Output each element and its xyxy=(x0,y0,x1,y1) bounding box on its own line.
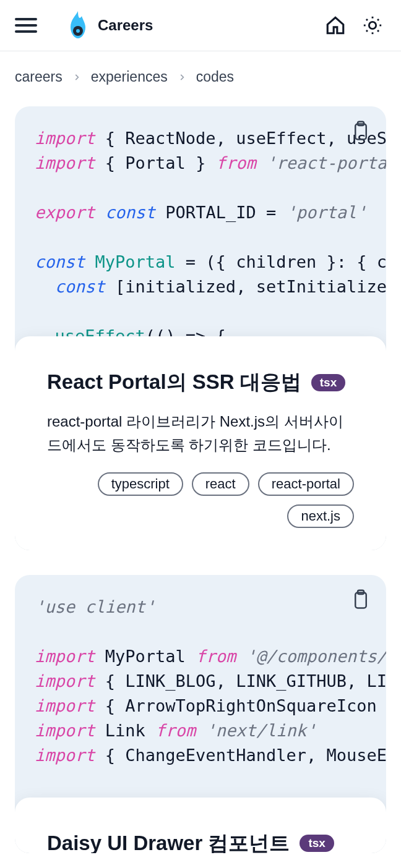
clipboard-icon xyxy=(351,121,370,143)
code-preview: 'use client' import MyPortal from '@/com… xyxy=(15,575,386,798)
svg-line-9 xyxy=(366,30,368,32)
card-description: react-portal 라이브러리가 Next.js의 서버사이드에서도 동작… xyxy=(47,410,354,457)
breadcrumb-item[interactable]: experiences xyxy=(91,69,168,85)
breadcrumb-item[interactable]: careers xyxy=(15,69,63,85)
card-title: Daisy UI Drawer 컴포넌트 xyxy=(47,830,290,853)
header: Careers xyxy=(0,0,401,51)
code-card[interactable]: import { ReactNode, useEffect, useS impo… xyxy=(15,106,386,550)
tag[interactable]: next.js xyxy=(287,504,354,528)
svg-point-1 xyxy=(76,29,80,33)
flame-logo-icon xyxy=(64,10,92,41)
home-icon xyxy=(325,15,346,36)
clipboard-icon xyxy=(351,589,370,611)
language-badge: tsx xyxy=(300,835,334,852)
sun-icon xyxy=(362,15,383,36)
chevron-right-icon xyxy=(178,69,186,85)
brand-label: Careers xyxy=(98,17,153,34)
cards-container: import { ReactNode, useEffect, useS impo… xyxy=(0,91,401,868)
theme-toggle-button[interactable] xyxy=(359,12,386,39)
card-info: Daisy UI Drawer 컴포넌트 tsx xyxy=(15,798,386,853)
card-title: React Portal의 SSR 대응법 xyxy=(47,368,301,396)
tag[interactable]: typescript xyxy=(98,472,183,496)
home-button[interactable] xyxy=(322,12,349,39)
copy-button[interactable] xyxy=(348,587,374,613)
svg-line-8 xyxy=(377,30,379,32)
svg-line-10 xyxy=(377,19,379,20)
svg-point-2 xyxy=(369,22,376,28)
language-badge: tsx xyxy=(311,374,345,391)
copy-button[interactable] xyxy=(348,119,374,145)
card-info: React Portal의 SSR 대응법 tsx react-portal 라… xyxy=(15,336,386,550)
breadcrumb-item[interactable]: codes xyxy=(196,69,234,85)
brand-link[interactable]: Careers xyxy=(64,10,153,41)
menu-icon[interactable] xyxy=(15,18,37,33)
chevron-right-icon xyxy=(72,69,81,85)
tag[interactable]: react xyxy=(192,472,249,496)
tag[interactable]: react-portal xyxy=(258,472,354,496)
code-preview: import { ReactNode, useEffect, useS impo… xyxy=(15,106,386,336)
tag-row: typescript react react-portal next.js xyxy=(47,472,354,528)
breadcrumb: careers experiences codes xyxy=(0,51,401,91)
svg-line-7 xyxy=(366,19,368,20)
code-card[interactable]: 'use client' import MyPortal from '@/com… xyxy=(15,575,386,853)
